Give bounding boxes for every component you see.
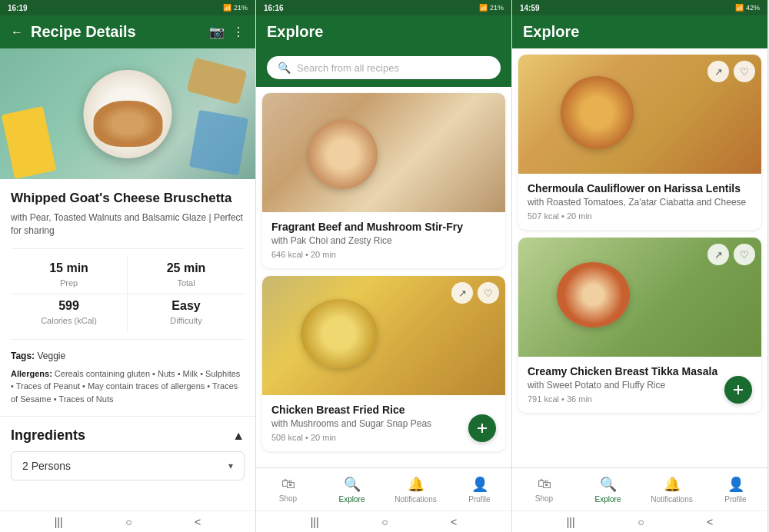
nav-notifications-2[interactable]: 🔔 Notifications — [384, 471, 448, 508]
gesture-circle-icon-2[interactable]: ○ — [381, 516, 388, 528]
battery-icon: 21% — [234, 4, 248, 12]
explore-label-3: Explore — [595, 495, 621, 504]
share-button-rice[interactable]: ↗ — [451, 282, 473, 304]
status-icons-1: 📶 21% — [223, 4, 248, 12]
recipe-cards-2[interactable]: ↗ ♡ Chermoula Cauliflower on Harissa Len… — [512, 48, 767, 467]
card-meta-cauliflower: 507 kcal • 20 min — [528, 211, 752, 221]
explore-title-1: Explore — [267, 23, 501, 41]
profile-icon-3: 👤 — [727, 476, 744, 493]
food-decoration — [93, 101, 162, 147]
signal-icon-2: 📶 — [479, 4, 488, 12]
recipe-card-beef-stir-fry[interactable]: Fragrant Beef and Mushroom Stir-Fry with… — [262, 93, 505, 268]
profile-label-2: Profile — [468, 495, 490, 504]
card-meta-tikka: 791 kcal • 36 min — [528, 394, 752, 404]
card-image-beef — [262, 93, 505, 212]
ingredients-toggle-icon[interactable]: ▲ — [232, 429, 245, 443]
recipe-title: Whipped Goat's Cheese Bruschetta — [11, 190, 245, 207]
card-meta-rice: 508 kcal • 20 min — [271, 433, 496, 442]
bottom-nav-2: 🛍 Shop 🔍 Explore 🔔 Notifications 👤 Profi… — [256, 467, 511, 510]
gesture-circle-icon-3[interactable]: ○ — [638, 516, 644, 528]
status-icons-2: 📶 21% — [479, 4, 504, 12]
notifications-label-3: Notifications — [651, 495, 692, 504]
cutting-board-decoration — [186, 58, 247, 105]
explore-icon-2: 🔍 — [344, 476, 361, 493]
nav-explore-3[interactable]: 🔍 Explore — [576, 471, 640, 508]
gesture-back-icon-2[interactable]: < — [451, 516, 457, 528]
card-title-beef: Fragrant Beef and Mushroom Stir-Fry — [271, 220, 496, 234]
nav-profile-3[interactable]: 👤 Profile — [704, 471, 767, 508]
gesture-circle-icon[interactable]: ○ — [125, 516, 131, 528]
persons-selector[interactable]: 2 Persons ▾ — [11, 451, 245, 480]
search-input-1[interactable]: Search from all recipes — [297, 62, 399, 74]
total-value: 25 min — [132, 261, 240, 275]
prep-label: Prep — [60, 278, 78, 288]
explore-label-2: Explore — [339, 495, 365, 504]
recipe-plate — [84, 70, 172, 158]
signal-icon-3: 📶 — [735, 4, 744, 12]
persons-text: 2 Persons — [22, 460, 71, 472]
gesture-bar-3: ||| ○ < — [512, 510, 767, 532]
shop-label-3: Shop — [535, 494, 553, 503]
card-body-rice: Chicken Breast Fried Rice with Mushrooms… — [262, 395, 505, 451]
more-icon[interactable]: ⋮ — [232, 25, 245, 39]
share-button-tikka[interactable]: ↗ — [707, 244, 729, 265]
recipe-cards-1[interactable]: Fragrant Beef and Mushroom Stir-Fry with… — [256, 87, 511, 467]
svg-rect-1 — [478, 427, 487, 429]
card-image-tikka: ↗ ♡ — [518, 238, 761, 357]
screen-explore-1: 16:16 📶 21% Explore 🔍 Search from all re… — [256, 0, 512, 532]
profile-label-3: Profile — [724, 495, 746, 504]
explore-header-2: Explore — [512, 15, 767, 48]
hero-image — [0, 48, 255, 179]
gesture-lines-icon-2[interactable]: ||| — [311, 516, 319, 528]
allergens-row: Allergens: Cereals containing gluten • N… — [11, 367, 245, 406]
card-subtitle-beef: with Pak Choi and Zesty Rice — [271, 235, 496, 246]
stat-calories: 599 Calories (kCal) — [11, 294, 128, 331]
tags-value: Veggie — [37, 351, 65, 361]
card-subtitle-cauliflower: with Roasted Tomatoes, Za'atar Ciabatta … — [528, 197, 752, 208]
recipe-info: Whipped Goat's Cheese Bruschetta with Pe… — [0, 179, 255, 416]
screen-recipe-details: 16:19 📶 21% ← Recipe Details 📷 ⋮ Whipped… — [0, 0, 256, 532]
shop-icon-3: 🛍 — [538, 476, 551, 492]
tags-label: Tags: — [11, 351, 35, 361]
recipe-card-cauliflower[interactable]: ↗ ♡ Chermoula Cauliflower on Harissa Len… — [518, 55, 761, 230]
profile-icon-2: 👤 — [471, 476, 488, 493]
recipe-card-fried-rice[interactable]: ↗ ♡ Chicken Breast Fried Rice with Mushr… — [262, 276, 505, 451]
signal-icon: 📶 — [223, 4, 231, 12]
card-subtitle-rice: with Mushrooms and Sugar Snap Peas — [271, 418, 496, 429]
gesture-bar-1: ||| ○ < — [0, 510, 255, 532]
recipe-header: ← Recipe Details 📷 ⋮ — [0, 15, 255, 48]
share-button-cauliflower[interactable]: ↗ — [707, 61, 729, 82]
gesture-back-icon-3[interactable]: < — [707, 516, 713, 528]
status-time-3: 14:59 — [520, 4, 540, 12]
gesture-lines-icon[interactable]: ||| — [55, 516, 63, 528]
nav-shop-2[interactable]: 🛍 Shop — [256, 471, 320, 507]
card-image-cauliflower: ↗ ♡ — [518, 55, 761, 174]
nav-explore-2[interactable]: 🔍 Explore — [320, 471, 384, 508]
favourite-button-rice[interactable]: ♡ — [478, 282, 499, 304]
notifications-icon-2: 🔔 — [408, 476, 424, 493]
gesture-lines-icon-3[interactable]: ||| — [567, 516, 575, 528]
stat-total: 25 min Total — [128, 257, 245, 294]
gesture-back-icon[interactable]: < — [195, 516, 201, 528]
status-bar-1: 16:19 📶 21% — [0, 0, 255, 15]
blue-napkin-decoration — [189, 110, 248, 175]
favourite-button-cauliflower[interactable]: ♡ — [734, 61, 755, 82]
recipe-hero-bg — [0, 48, 255, 179]
persons-chevron-icon: ▾ — [228, 461, 233, 471]
card-title-cauliflower: Chermoula Cauliflower on Harissa Lentils — [528, 181, 752, 195]
notifications-label-2: Notifications — [394, 495, 436, 504]
nav-profile-2[interactable]: 👤 Profile — [448, 471, 511, 508]
recipe-scroll-content[interactable]: Whipped Goat's Cheese Bruschetta with Pe… — [0, 179, 255, 510]
search-input-wrapper-1[interactable]: 🔍 Search from all recipes — [267, 56, 501, 79]
status-time-2: 16:16 — [264, 4, 284, 12]
card-body-beef: Fragrant Beef and Mushroom Stir-Fry with… — [262, 212, 505, 268]
favourite-button-tikka[interactable]: ♡ — [734, 244, 755, 265]
difficulty-value: Easy — [132, 299, 240, 313]
nav-shop-3[interactable]: 🛍 Shop — [512, 471, 576, 507]
nav-notifications-3[interactable]: 🔔 Notifications — [640, 471, 704, 508]
camera-icon[interactable]: 📷 — [209, 25, 225, 39]
recipe-card-tikka[interactable]: ↗ ♡ Creamy Chicken Breast Tikka Masala w… — [518, 238, 761, 413]
back-button[interactable]: ← — [11, 25, 23, 39]
yellow-napkin-decoration — [2, 106, 56, 179]
card-body-cauliflower: Chermoula Cauliflower on Harissa Lentils… — [518, 174, 761, 230]
